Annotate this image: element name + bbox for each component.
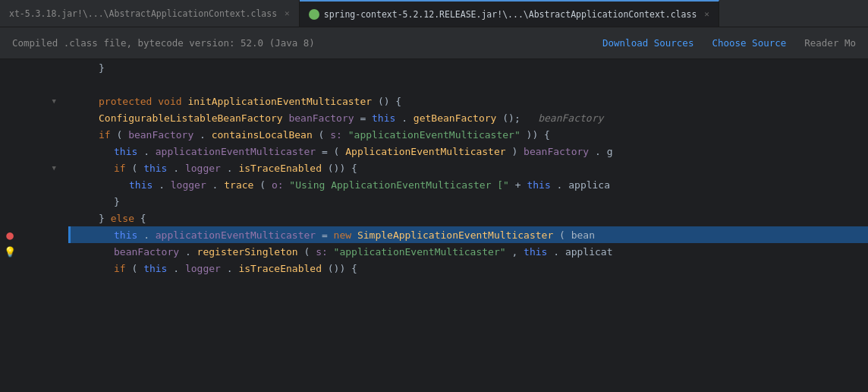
code-line-3: protected void initApplicationEventMulti… <box>68 93 868 109</box>
choose-source-button[interactable]: Choose Source <box>712 37 786 49</box>
gutter-line-11 <box>20 226 58 243</box>
code-line-7: if ( this . logger . isTraceEnabled ()) … <box>68 160 868 176</box>
margin-line-6 <box>0 143 20 160</box>
margin-line-9 <box>0 193 20 210</box>
code-area: } protected void initApplicationEventMul… <box>64 59 868 392</box>
margin-line-5 <box>0 126 20 143</box>
code-line-11: this . applicationEventMulticaster = new… <box>68 226 868 243</box>
margin-line-8 <box>0 176 20 193</box>
gutter-line-1 <box>20 59 58 76</box>
code-line-9: } <box>68 193 868 210</box>
reader-mode-label: Reader Mo <box>804 37 856 49</box>
tab2-close[interactable]: ✕ <box>704 9 709 19</box>
code-line-1: } <box>68 59 868 76</box>
code-line-5: if ( beanFactory . containsLocalBean ( s… <box>68 126 868 143</box>
code-line-4: ConfigurableListableBeanFactory beanFact… <box>68 109 868 126</box>
exec-indicator <box>68 226 71 243</box>
gutter-line-2 <box>20 76 58 93</box>
margin-line-2 <box>0 76 20 93</box>
margin-line-3 <box>0 93 20 109</box>
gutter-line-5 <box>20 126 58 143</box>
tab1-close[interactable]: ✕ <box>285 8 290 18</box>
debug-icon: ● <box>6 228 14 242</box>
margin-line-12: 💡 <box>0 243 20 260</box>
margin-line-13 <box>0 260 20 277</box>
margin-line-11: ● <box>0 226 20 243</box>
margin-line-7 <box>0 160 20 176</box>
gutter-line-10 <box>20 210 58 226</box>
code-line-2 <box>68 76 868 93</box>
code-line-8: this . logger . trace ( o: "Using Applic… <box>68 176 868 193</box>
gutter-line-8 <box>20 176 58 193</box>
spring-icon <box>309 9 319 20</box>
gutter-line-7[interactable]: ▼ <box>20 160 58 176</box>
tab-bar: xt-5.3.18.jar!\...\AbstractApplicationCo… <box>0 0 868 27</box>
gutter-line-9 <box>20 193 58 210</box>
code-line-6: this . applicationEventMulticaster = ( A… <box>68 143 868 160</box>
gutter-line-4 <box>20 109 58 126</box>
top-bar: Compiled .class file, bytecode version: … <box>0 27 868 59</box>
gutter-line-3[interactable]: ▼ <box>20 93 58 109</box>
top-bar-actions: Download Sources Choose Source Reader Mo <box>602 37 856 49</box>
margin-line-4 <box>0 109 20 126</box>
gutter-line-13 <box>20 260 58 277</box>
margin-line-1 <box>0 59 20 76</box>
top-bar-info: Compiled .class file, bytecode version: … <box>12 37 315 49</box>
bulb-icon[interactable]: 💡 <box>4 246 16 258</box>
gutter-line-12 <box>20 243 58 260</box>
tab-1[interactable]: xt-5.3.18.jar!\...\AbstractApplicationCo… <box>0 0 300 27</box>
code-line-13: if ( this . logger . isTraceEnabled ()) … <box>68 260 868 277</box>
editor: ● 💡 ▼ ▼ } <box>0 59 868 392</box>
code-line-10: } else { <box>68 210 868 226</box>
tab1-label: xt-5.3.18.jar!\...\AbstractApplicationCo… <box>9 8 277 19</box>
tab-2[interactable]: spring-context-5.2.12.RELEASE.jar!\...\A… <box>300 0 719 27</box>
gutter: ▼ ▼ <box>20 59 64 392</box>
gutter-line-6 <box>20 143 58 160</box>
download-sources-button[interactable]: Download Sources <box>602 37 693 49</box>
code-line-12: beanFactory . registerSingleton ( s: "ap… <box>68 243 868 260</box>
fold-arrow-7[interactable]: ▼ <box>52 164 56 172</box>
fold-arrow-3[interactable]: ▼ <box>52 97 56 105</box>
margin-line-10 <box>0 210 20 226</box>
left-margin: ● 💡 <box>0 59 20 392</box>
tab2-label: spring-context-5.2.12.RELEASE.jar!\...\A… <box>324 9 697 20</box>
